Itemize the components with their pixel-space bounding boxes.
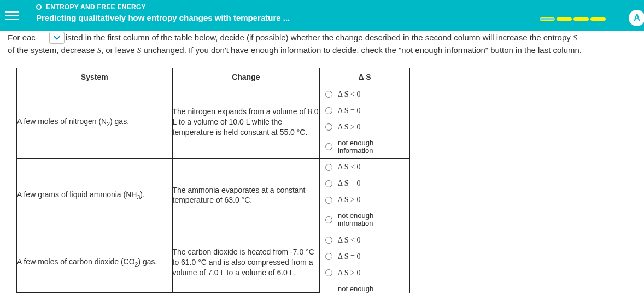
option-row: Δ S > 0 <box>320 192 409 208</box>
instr-frag: S <box>97 46 101 55</box>
progress-bar <box>540 17 606 21</box>
table-row: A few grams of liquid ammonia (NH3). The… <box>17 159 410 232</box>
instr-frag: of the system, decrease <box>8 45 97 55</box>
col-header-change: Change <box>172 68 320 86</box>
radio-lt[interactable] <box>325 91 332 98</box>
instructions-text: For eacsystem listed in the first column… <box>0 31 644 62</box>
instr-frag: , or leave <box>101 45 137 55</box>
ds-cell: Δ S < 0 Δ S = 0 Δ S > 0 not enoughinform… <box>320 159 410 232</box>
option-row: not enoughinformation <box>320 135 409 159</box>
option-row: Δ S = 0 <box>320 175 409 192</box>
opt-label: not enoughinformation <box>338 139 373 155</box>
opt-label: not enoughinformation <box>338 212 373 228</box>
col-header-system: System <box>17 68 173 86</box>
radio-gt[interactable] <box>325 197 332 204</box>
option-row: Δ S = 0 <box>320 103 409 119</box>
ds-cell: Δ S < 0 Δ S = 0 Δ S > 0 not enough <box>320 232 410 293</box>
sys-text: A few moles of carbon dioxide (CO <box>17 257 135 266</box>
opt-label: Δ S < 0 <box>338 236 360 245</box>
sys-text: ) gas. <box>138 257 157 266</box>
radio-lt[interactable] <box>325 237 332 244</box>
option-row: Δ S < 0 <box>320 86 409 103</box>
instr-frag: For eac <box>8 33 36 42</box>
radio-gt[interactable] <box>325 123 332 131</box>
menu-icon[interactable] <box>5 8 21 23</box>
radio-eq[interactable] <box>325 180 332 187</box>
breadcrumb: ENTROPY AND FREE ENERGY <box>36 3 290 11</box>
sys-text: A few moles of nitrogen (N <box>17 117 107 126</box>
progress-seg <box>590 17 606 21</box>
ds-cell: Δ S < 0 Δ S = 0 Δ S > 0 not enoughinform… <box>320 86 410 159</box>
opt-label: Δ S < 0 <box>338 163 360 172</box>
breadcrumb-label: ENTROPY AND FREE ENERGY <box>46 3 146 11</box>
progress-seg <box>540 17 555 21</box>
table-row: A few moles of nitrogen (N2) gas. The ni… <box>17 86 410 159</box>
opt-label: not enough <box>338 285 373 293</box>
opt-label: Δ S = 0 <box>338 252 360 261</box>
option-row: Δ S > 0 <box>320 265 409 281</box>
opt-label: Δ S < 0 <box>338 90 360 99</box>
opt-label: Δ S > 0 <box>338 196 360 204</box>
option-row: Δ S > 0 <box>320 119 409 135</box>
opt-label: Δ S = 0 <box>338 179 360 188</box>
app-header: ENTROPY AND FREE ENERGY Predicting quali… <box>0 0 644 31</box>
change-cell: The nitrogen expands from a volume of 8.… <box>172 86 320 159</box>
option-row: Δ S = 0 <box>320 249 409 265</box>
sys-text: ). <box>140 190 145 199</box>
header-text: ENTROPY AND FREE ENERGY Predicting quali… <box>36 3 290 22</box>
option-row: not enoughinformation <box>320 208 409 232</box>
radio-nei[interactable] <box>325 143 332 150</box>
aleks-badge[interactable]: A <box>628 9 644 27</box>
radio-eq[interactable] <box>325 253 332 260</box>
question-table: System Change Δ S A few moles of nitroge… <box>16 68 410 293</box>
table-row: A few moles of carbon dioxide (CO2) gas.… <box>17 232 410 293</box>
system-cell: A few moles of carbon dioxide (CO2) gas. <box>17 232 173 293</box>
change-cell: The ammonia evaporates at a constant tem… <box>172 159 320 232</box>
sys-text: A few grams of liquid ammonia (NH <box>17 190 137 199</box>
opt-label: Δ S > 0 <box>338 123 360 132</box>
instr-frag: em listed in the first column of the tab… <box>50 33 573 42</box>
option-row: Δ S < 0 <box>320 159 409 175</box>
opt-label: Δ S = 0 <box>338 107 360 115</box>
system-cell: A few grams of liquid ammonia (NH3). <box>17 159 173 232</box>
page-title: Predicting qualitatively how entropy cha… <box>36 13 290 22</box>
breadcrumb-circle-icon <box>36 4 42 10</box>
instr-frag: unchanged. If you don't have enough info… <box>141 45 582 55</box>
progress-seg <box>557 17 572 21</box>
system-cell: A few moles of nitrogen (N2) gas. <box>17 86 173 159</box>
radio-eq[interactable] <box>325 107 332 114</box>
sys-text: ) gas. <box>110 117 129 126</box>
progress-seg <box>573 17 589 21</box>
option-row: not enough <box>320 281 409 293</box>
option-row: Δ S < 0 <box>320 232 409 249</box>
radio-nei[interactable] <box>325 216 332 223</box>
collapse-button[interactable] <box>49 32 65 44</box>
radio-lt[interactable] <box>325 164 332 171</box>
instr-frag: S <box>573 33 577 42</box>
col-header-ds: Δ S <box>320 68 410 86</box>
chevron-down-icon <box>53 34 61 42</box>
change-cell: The carbon dioxide is heated from -7.0 °… <box>172 232 320 293</box>
opt-label: Δ S > 0 <box>338 269 360 278</box>
radio-gt[interactable] <box>325 269 332 276</box>
